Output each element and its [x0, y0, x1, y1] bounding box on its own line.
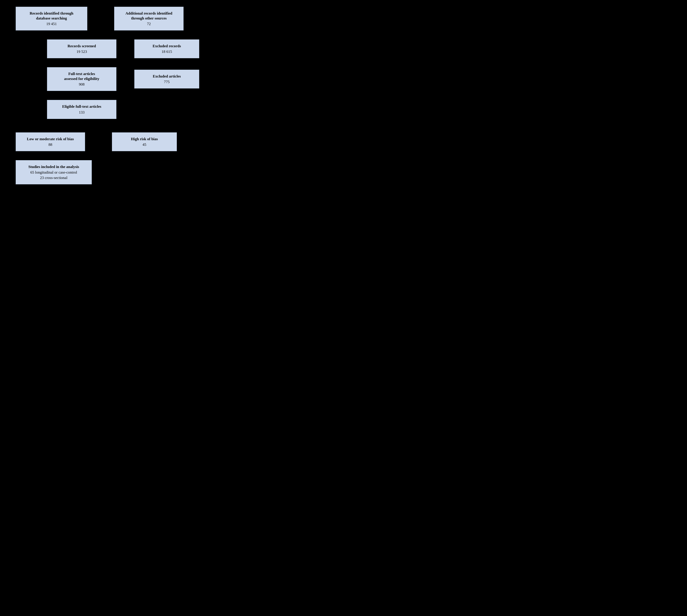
fulltext-title: Full-text articles assessed for eligibil…: [52, 71, 112, 81]
other-sources-value: 72: [119, 22, 179, 26]
row-screening: Records screened 19 523 Excluded records…: [4, 39, 246, 67]
excluded-records-value: 18 615: [139, 49, 194, 54]
fulltext-box: Full-text articles assessed for eligibil…: [47, 67, 116, 91]
row-eligibility: Full-text articles assessed for eligibil…: [4, 67, 246, 100]
low-moderate-box: Low or moderate risk of bias 88: [16, 132, 85, 151]
high-risk-box: High risk of bias 45: [112, 132, 177, 151]
screened-box: Records screened 19 523: [47, 39, 116, 58]
db-search-title: Records identified through database sear…: [20, 11, 83, 21]
excluded-articles-box: Excluded articles 775: [134, 70, 199, 88]
low-moderate-title: Low or moderate risk of bias: [20, 137, 81, 141]
excluded-articles-title: Excluded articles: [139, 74, 194, 79]
excluded-records-title: Excluded records: [139, 44, 194, 49]
excluded-articles-value: 775: [139, 80, 194, 84]
eligible-value: 133: [52, 110, 112, 115]
eligible-title: Eligible full-text articles: [52, 104, 112, 109]
row-risk: Low or moderate risk of bias 88 High ris…: [4, 132, 246, 160]
row-studies: Studies included in the analysis 65 long…: [4, 160, 246, 189]
excluded-records-box: Excluded records 18 615: [134, 39, 199, 58]
fulltext-value: 908: [52, 82, 112, 87]
eligible-box: Eligible full-text articles 133: [47, 100, 116, 119]
row-eligible: Eligible full-text articles 133: [4, 100, 246, 132]
high-risk-title: High risk of bias: [117, 137, 172, 141]
studies-line2: 23 cross-sectional: [20, 176, 87, 180]
other-sources-title: Additional records identified through ot…: [119, 11, 179, 21]
db-search-box: Records identified through database sear…: [16, 7, 87, 30]
studies-title: Studies included in the analysis: [20, 164, 87, 169]
screened-value: 19 523: [52, 49, 112, 54]
high-risk-value: 45: [117, 142, 172, 147]
row-identification: Records identified through database sear…: [4, 4, 246, 39]
studies-box: Studies included in the analysis 65 long…: [16, 160, 92, 184]
other-sources-box: Additional records identified through ot…: [114, 7, 184, 30]
screened-title: Records screened: [52, 44, 112, 49]
db-search-value: 19 451: [20, 22, 83, 26]
studies-line1: 65 longitudinal or case-control: [20, 170, 87, 175]
low-moderate-value: 88: [20, 142, 81, 147]
